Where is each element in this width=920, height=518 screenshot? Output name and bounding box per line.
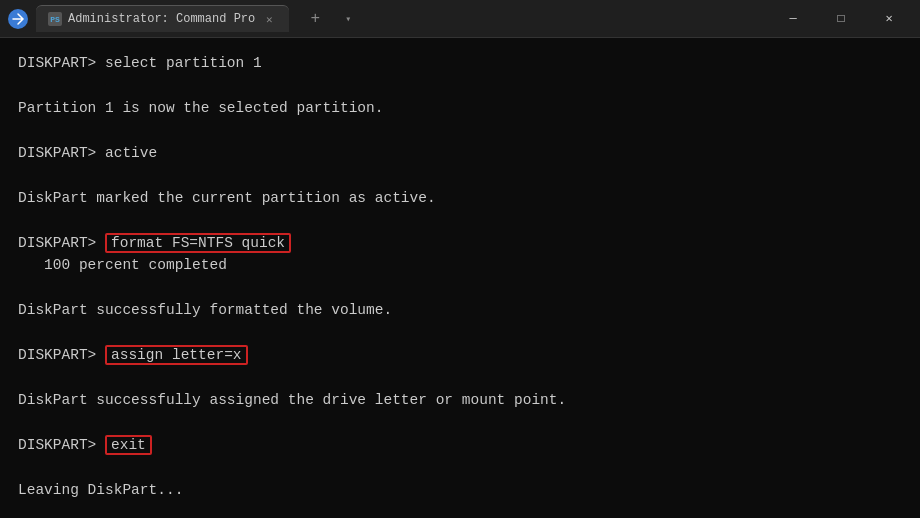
output-line-8 [18,209,902,231]
output-line-14: DISKPART> assign letter=x [18,344,902,366]
output-line-17 [18,412,902,434]
output-line-18: DISKPART> exit [18,434,902,456]
output-line-5: DISKPART> active [18,142,902,164]
cmd-assign-highlight: assign letter=x [105,345,248,365]
tab-title: Administrator: Command Pro [68,12,255,26]
window: PS Administrator: Command Pro ✕ + ▾ ─ □ … [0,0,920,518]
output-line-11 [18,277,902,299]
maximize-button[interactable]: □ [818,3,864,35]
terminal-tab[interactable]: PS Administrator: Command Pro ✕ [36,5,289,32]
titlebar-left: PS Administrator: Command Pro ✕ + ▾ [8,5,770,33]
output-line-3: Partition 1 is now the selected partitio… [18,97,902,119]
window-icon [8,9,28,29]
cmd-exit-highlight: exit [105,435,152,455]
output-line-16: DiskPart successfully assigned the drive… [18,389,902,411]
output-line-21 [18,501,902,518]
output-line-4 [18,119,902,141]
terminal-body[interactable]: DISKPART> select partition 1 Partition 1… [0,38,920,518]
output-line-7: DiskPart marked the current partition as… [18,187,902,209]
output-line-2 [18,74,902,96]
output-line-10: 100 percent completed [18,254,902,276]
output-line-20: Leaving DiskPart... [18,479,902,501]
output-line-12: DiskPart successfully formatted the volu… [18,299,902,321]
output-line-13 [18,322,902,344]
dropdown-button[interactable]: ▾ [337,5,359,33]
titlebar-controls: ─ □ ✕ [770,3,912,35]
output-line-6 [18,164,902,186]
cmd-format-highlight: format FS=NTFS quick [105,233,291,253]
output-line-15 [18,367,902,389]
close-button[interactable]: ✕ [866,3,912,35]
tab-close-button[interactable]: ✕ [261,11,277,27]
titlebar: PS Administrator: Command Pro ✕ + ▾ ─ □ … [0,0,920,38]
new-tab-button[interactable]: + [301,5,329,33]
output-line-9: DISKPART> format FS=NTFS quick [18,232,902,254]
output-line-1: DISKPART> select partition 1 [18,52,902,74]
minimize-button[interactable]: ─ [770,3,816,35]
tab-ps-icon: PS [48,12,62,26]
output-line-19 [18,456,902,478]
